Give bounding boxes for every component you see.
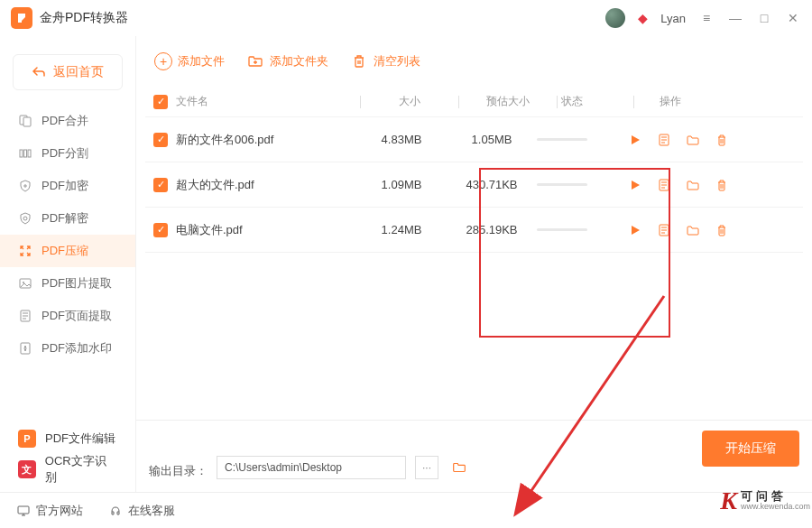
- monitor-icon: [16, 504, 31, 518]
- image-icon: [18, 276, 32, 291]
- file-size: 4.83MB: [356, 133, 447, 146]
- add-file-button[interactable]: + 添加文件: [145, 47, 234, 76]
- titlebar: 金舟PDF转换器 ◆ Lyan ≡ — □ ✕: [0, 0, 812, 36]
- website-link[interactable]: 官方网站: [16, 503, 83, 519]
- support-link[interactable]: 在线客服: [108, 503, 175, 519]
- sidebar-item-merge[interactable]: PDF合并: [0, 105, 135, 137]
- play-icon[interactable]: [627, 132, 643, 148]
- sidebar-item-label: PDF加密: [42, 178, 88, 194]
- merge-icon: [18, 114, 32, 128]
- headset-icon: [108, 504, 123, 518]
- row-checkbox[interactable]: ✓: [153, 133, 168, 147]
- play-icon[interactable]: [627, 222, 643, 238]
- back-icon: [32, 65, 46, 79]
- table-row: ✓ 新的文件名006.pdf 4.83MB 1.05MB: [145, 117, 803, 162]
- tool-ocr[interactable]: 文 OCR文字识别: [0, 454, 135, 485]
- file-name: 超大的文件.pdf: [176, 177, 356, 193]
- encrypt-icon: [18, 179, 32, 193]
- app-logo: [11, 7, 32, 29]
- bottom-bar: 官方网站 在线客服: [0, 492, 812, 528]
- file-est-size: 285.19KB: [447, 223, 537, 236]
- compress-icon: [18, 244, 32, 258]
- page-icon: [18, 309, 32, 323]
- tool-pdf-edit[interactable]: P PDF文件编辑: [0, 423, 135, 454]
- detail-icon[interactable]: [656, 132, 672, 148]
- add-folder-label: 添加文件夹: [270, 53, 328, 69]
- sidebar-item-page-extract[interactable]: PDF页面提取: [0, 300, 135, 332]
- svg-point-5: [23, 217, 27, 220]
- sidebar-item-label: PDF图片提取: [42, 275, 112, 292]
- header-ops: 操作: [638, 94, 803, 109]
- add-folder-button[interactable]: 添加文件夹: [237, 47, 337, 76]
- sidebar-item-encrypt[interactable]: PDF加密: [0, 170, 135, 202]
- menu-icon[interactable]: ≡: [698, 10, 715, 26]
- header-size: 大小: [364, 94, 455, 109]
- select-all-checkbox[interactable]: ✓: [153, 95, 168, 109]
- open-folder-button[interactable]: [448, 456, 471, 479]
- maximize-button[interactable]: □: [756, 10, 772, 26]
- row-checkbox[interactable]: ✓: [153, 178, 168, 192]
- app-title: 金舟PDF转换器: [40, 10, 128, 26]
- output-label: 输出目录：: [149, 463, 208, 479]
- play-icon[interactable]: [627, 177, 643, 193]
- file-est-size: 430.71KB: [447, 178, 537, 191]
- start-button[interactable]: 开始压缩: [702, 431, 799, 467]
- detail-icon[interactable]: [656, 222, 672, 238]
- sidebar-item-label: PDF添加水印: [42, 340, 112, 357]
- svg-rect-4: [28, 150, 31, 157]
- sidebar-item-watermark[interactable]: PDF添加水印: [0, 332, 135, 365]
- folder-icon[interactable]: [685, 132, 701, 148]
- minimize-button[interactable]: —: [727, 10, 743, 26]
- split-icon: [18, 146, 32, 161]
- svg-rect-14: [18, 506, 29, 514]
- delete-icon[interactable]: [714, 222, 730, 238]
- sidebar-item-image-extract[interactable]: PDF图片提取: [0, 267, 135, 300]
- sidebar-item-decrypt[interactable]: PDF解密: [0, 202, 135, 235]
- sidebar-item-label: PDF解密: [42, 210, 88, 227]
- toolbar: + 添加文件 添加文件夹 清空列表: [136, 36, 812, 87]
- website-label: 官方网站: [36, 503, 83, 519]
- support-label: 在线客服: [128, 503, 175, 519]
- browse-button[interactable]: ···: [415, 456, 438, 479]
- gem-icon: ◆: [638, 11, 648, 25]
- add-file-label: 添加文件: [178, 53, 225, 69]
- sidebar-item-label: PDF合并: [42, 113, 88, 129]
- main-panel: + 添加文件 添加文件夹 清空列表 ✓ 文件名 大小 预估大小 状态: [135, 36, 812, 492]
- folder-icon[interactable]: [685, 222, 701, 238]
- folder-plus-icon: [246, 52, 264, 70]
- sidebar-item-label: PDF页面提取: [42, 308, 112, 324]
- sidebar-item-split[interactable]: PDF分割: [0, 137, 135, 170]
- back-button[interactable]: 返回首页: [13, 54, 123, 90]
- close-button[interactable]: ✕: [785, 10, 801, 26]
- trash-icon: [350, 52, 368, 70]
- svg-rect-3: [24, 150, 27, 157]
- clear-list-button[interactable]: 清空列表: [341, 47, 429, 76]
- sidebar-item-label: PDF压缩: [42, 243, 88, 259]
- ocr-badge: 文: [18, 460, 36, 478]
- watermark-icon: [18, 341, 32, 356]
- avatar[interactable]: [605, 8, 625, 28]
- tool-label: OCR文字识别: [45, 453, 117, 486]
- delete-icon[interactable]: [714, 132, 730, 148]
- table-header: ✓ 文件名 大小 预估大小 状态 操作: [145, 87, 803, 117]
- output-path-input[interactable]: C:\Users\admin\Desktop: [217, 456, 406, 479]
- delete-icon[interactable]: [714, 177, 730, 193]
- back-label: 返回首页: [53, 64, 104, 80]
- sidebar: 返回首页 PDF合并 PDF分割 PDF加密 PDF解密 PDF压缩 PDF图片…: [0, 36, 135, 492]
- table-row: ✓ 超大的文件.pdf 1.09MB 430.71KB: [145, 162, 803, 208]
- sidebar-item-compress[interactable]: PDF压缩: [0, 235, 135, 267]
- sidebar-item-label: PDF分割: [42, 145, 88, 162]
- decrypt-icon: [18, 211, 32, 226]
- folder-icon[interactable]: [685, 177, 701, 193]
- table-row: ✓ 电脑文件.pdf 1.24MB 285.19KB: [145, 208, 803, 253]
- username: Lyan: [660, 12, 686, 25]
- detail-icon[interactable]: [656, 177, 672, 193]
- svg-rect-1: [23, 117, 31, 126]
- svg-rect-2: [20, 150, 23, 157]
- file-size: 1.09MB: [356, 178, 447, 191]
- file-est-size: 1.05MB: [447, 133, 537, 146]
- plus-icon: +: [154, 52, 172, 70]
- row-checkbox[interactable]: ✓: [153, 223, 168, 237]
- clear-label: 清空列表: [374, 53, 420, 69]
- pdf-edit-badge: P: [18, 430, 36, 448]
